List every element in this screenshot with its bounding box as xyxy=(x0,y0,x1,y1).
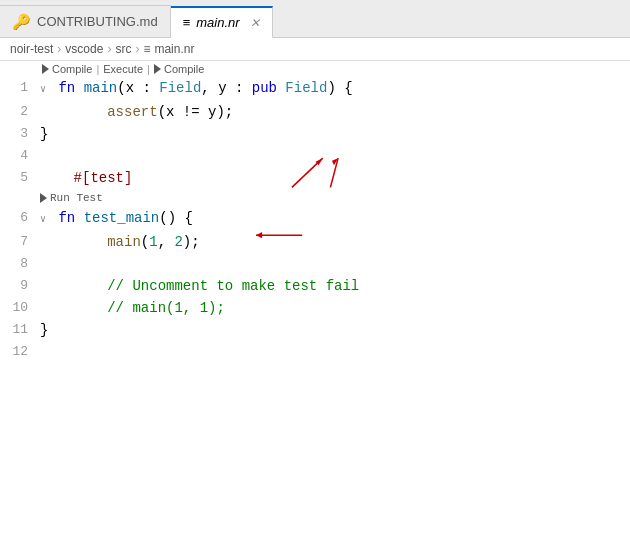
line-content-11: } xyxy=(38,319,630,341)
editor-wrapper: 1 ∨ fn main(x : Field, y : pub Field) { … xyxy=(0,77,630,363)
fold-arrow-6[interactable]: ∨ xyxy=(40,214,46,225)
line-number-7: 7 xyxy=(0,231,38,253)
play-icon xyxy=(42,64,49,74)
line-number-1: 1 xyxy=(0,77,38,99)
tab-contributing[interactable]: 🔑 CONTRIBUTING.md xyxy=(0,5,171,37)
line-content-2: assert(x != y); xyxy=(38,101,630,123)
line-12: 12 xyxy=(0,341,630,363)
line-content-7: main(1, 2); xyxy=(38,231,630,253)
line-11: 11 } xyxy=(0,319,630,341)
line-3: 3 } xyxy=(0,123,630,145)
codelens-run-test: Run Test xyxy=(0,189,630,207)
line-number-10: 10 xyxy=(0,297,38,319)
line-number-3: 3 xyxy=(0,123,38,145)
noir-logo-icon: 🔑 xyxy=(12,13,31,31)
breadcrumb-file: main.nr xyxy=(154,42,194,56)
breadcrumb-sep-1: › xyxy=(57,42,61,56)
line-number-5: 5 xyxy=(0,167,38,189)
line-number-2: 2 xyxy=(0,101,38,123)
codelens-sep-1: | xyxy=(96,63,99,75)
tab-bar: 🔑 CONTRIBUTING.md ≡ main.nr ✕ xyxy=(0,0,630,38)
close-icon[interactable]: ✕ xyxy=(250,16,260,30)
line-content-1: ∨ fn main(x : Field, y : pub Field) { xyxy=(38,77,630,101)
line-7: 7 main(1, 2); xyxy=(0,231,630,253)
line-4: 4 xyxy=(0,145,630,167)
line-content-8 xyxy=(38,253,630,275)
line-content-10: // main(1, 1); xyxy=(38,297,630,319)
tab-icon: ≡ xyxy=(183,15,191,30)
line-content-12 xyxy=(38,341,630,363)
breadcrumb-filename[interactable]: ≡ main.nr xyxy=(143,42,194,56)
line-content-6: ∨ fn test_main() { xyxy=(38,207,630,231)
line-9: 9 // Uncomment to make test fail xyxy=(0,275,630,297)
tab-main-nr[interactable]: ≡ main.nr ✕ xyxy=(171,6,273,38)
run-test-label[interactable]: Run Test xyxy=(50,189,103,207)
codelens-sep-2: | xyxy=(147,63,150,75)
kw-fn-1: fn xyxy=(58,80,83,96)
line-5: 5 #[test] xyxy=(0,167,630,189)
editor: 1 ∨ fn main(x : Field, y : pub Field) { … xyxy=(0,77,630,363)
line-content-5: #[test] xyxy=(38,167,630,189)
codelens-bar: Compile | Execute | Compile xyxy=(0,61,630,77)
tab-contributing-label: CONTRIBUTING.md xyxy=(37,14,158,29)
line-content-3: } xyxy=(38,123,630,145)
line-10: 10 // main(1, 1); xyxy=(0,297,630,319)
file-icon: ≡ xyxy=(143,42,150,56)
line-number-9: 9 xyxy=(0,275,38,297)
line-number-11: 11 xyxy=(0,319,38,341)
line-number-4: 4 xyxy=(0,145,38,167)
line-1: 1 ∨ fn main(x : Field, y : pub Field) { xyxy=(0,77,630,101)
breadcrumb-part-3[interactable]: src xyxy=(115,42,131,56)
line-2: 2 assert(x != y); xyxy=(0,101,630,123)
play-icon-2 xyxy=(154,64,161,74)
run-test-play-icon xyxy=(40,193,47,203)
tab-main-nr-label: main.nr xyxy=(196,15,239,30)
line-6: 6 ∨ fn test_main() { xyxy=(0,207,630,231)
fold-arrow-1[interactable]: ∨ xyxy=(40,84,46,95)
line-number-12: 12 xyxy=(0,341,38,363)
line-content-9: // Uncomment to make test fail xyxy=(38,275,630,297)
fn-main: main xyxy=(84,80,118,96)
line-content-4 xyxy=(38,145,630,167)
breadcrumb-sep-3: › xyxy=(135,42,139,56)
line-number-6: 6 xyxy=(0,207,38,229)
codelens-execute[interactable]: Execute xyxy=(103,63,143,75)
breadcrumb-sep-2: › xyxy=(107,42,111,56)
breadcrumb-part-2[interactable]: vscode xyxy=(65,42,103,56)
breadcrumb-part-1[interactable]: noir-test xyxy=(10,42,53,56)
codelens-compile[interactable]: Compile xyxy=(52,63,92,75)
breadcrumb: noir-test › vscode › src › ≡ main.nr xyxy=(0,38,630,61)
line-number-8: 8 xyxy=(0,253,38,275)
line-8: 8 xyxy=(0,253,630,275)
codelens-compile2[interactable]: Compile xyxy=(164,63,204,75)
attr-test: #[test] xyxy=(74,170,133,186)
